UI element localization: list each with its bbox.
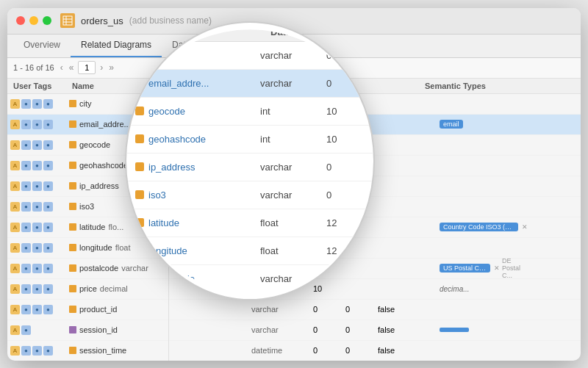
user-tags-cell: A ● ● ● [10, 284, 69, 294]
tag-icon-blue: ● [21, 305, 31, 314]
table-row[interactable]: A ● ● ● geohashcode [7, 156, 168, 176]
name-header: Name [72, 82, 162, 90]
maximize-button[interactable] [43, 16, 51, 25]
first-page-button[interactable]: « [68, 62, 76, 73]
table-row[interactable]: A ● ● ● longitude float [7, 238, 168, 259]
column-name: session_time [79, 346, 126, 355]
column-icon [69, 244, 76, 251]
cell-type: varchar [251, 99, 310, 108]
tab-related-diagrams[interactable]: Related Diagrams [71, 35, 162, 57]
last-page-button[interactable]: » [107, 62, 115, 73]
tag-icon-gold: A [10, 99, 20, 109]
tag-icon-blue: ● [43, 264, 53, 273]
right-table-row[interactable]: varchar 0 US Postal Code (100%) ✕ DE Pos… [169, 259, 581, 279]
prev-page-button[interactable]: ‹ [59, 62, 65, 73]
right-table-row[interactable]: varchar 0 0 false [169, 320, 581, 341]
tag-icon-blue: ● [43, 140, 53, 150]
tag-icon-blue: ● [32, 223, 42, 232]
column-icon [69, 182, 76, 190]
cell-min: 0 [313, 264, 343, 273]
name-cell: longitude float [69, 243, 165, 252]
tab-data-sample[interactable]: Data Sample [162, 35, 233, 57]
table-row[interactable]: A ● ● ● email_addre... [7, 115, 168, 135]
name-cell: product_id [69, 305, 165, 314]
table-row[interactable]: A ● ● ● product_id [7, 300, 168, 320]
right-table-row[interactable] [169, 156, 581, 176]
tag-icon-blue: ● [21, 99, 31, 109]
column-icon [69, 100, 76, 107]
table-row[interactable]: A ● ● ● postalcode varchar [7, 259, 168, 279]
table-icon [60, 13, 75, 28]
column-icon [69, 203, 76, 210]
name-cell: price decimal [69, 284, 165, 293]
semantic-badge-postal: US Postal Code (100%) [440, 264, 490, 273]
tag-icon-blue: ● [32, 202, 42, 212]
right-panel-header: Semantic Types [169, 79, 581, 94]
column-icon [69, 306, 76, 313]
column-name: postalcode [79, 264, 118, 273]
table-row[interactable]: A ● session_id [7, 320, 168, 341]
title-bar: orders_us (add business name) [7, 8, 581, 35]
column-icon [69, 162, 76, 169]
semantic-badge-remove[interactable]: ✕ [494, 264, 500, 272]
tag-icon-gold: A [10, 223, 20, 232]
right-panel: Semantic Types varchar 0 varchar 0 [169, 79, 581, 361]
table-row[interactable]: A ● ● ● city [7, 94, 168, 115]
right-table-row[interactable]: varchar 0 email [169, 115, 581, 135]
table-row[interactable]: A ● ● ● geocode [7, 135, 168, 156]
column-name: latitude [79, 223, 105, 231]
semantic-badge-remove[interactable]: ✕ [522, 223, 528, 231]
tab-relationships[interactable]: Relationships [233, 35, 306, 57]
semantic-badge-country: Country Code ISO3 (100%) [440, 223, 518, 231]
table-row[interactable]: A ● ● ● session_time [7, 341, 168, 361]
tag-icon-gold: A [10, 202, 20, 212]
right-table-row[interactable]: varchar 0 0 false [169, 300, 581, 320]
column-name: product_id [79, 305, 117, 314]
tag-icon-blue: ● [43, 202, 53, 212]
cell-min: 0 [313, 346, 343, 355]
column-name: email_addre... [79, 120, 131, 129]
right-table-row[interactable] [169, 238, 581, 259]
tab-overview[interactable]: Overview [13, 35, 71, 57]
right-table-row[interactable] [169, 197, 581, 217]
user-tags-cell: A ● ● ● [10, 346, 69, 356]
tag-icon-gold: A [10, 140, 20, 150]
cell-type: varchar [251, 305, 310, 314]
tag-icon-blue: ● [21, 120, 31, 129]
tag-icon-gold: A [10, 325, 20, 335]
tag-icon-blue: ● [21, 264, 31, 273]
min-col-header [307, 82, 337, 90]
tag-icon-blue: ● [43, 346, 53, 356]
user-tags-cell: A ● ● ● [10, 305, 69, 314]
right-table-row[interactable] [169, 176, 581, 197]
right-table-row[interactable]: decimal 10 decima... [169, 279, 581, 300]
table-row[interactable]: A ● ● ● price decimal [7, 279, 168, 300]
tag-icon-blue: ● [43, 161, 53, 170]
svg-rect-0 [63, 16, 72, 25]
datatype-col-header [248, 82, 307, 90]
close-button[interactable] [16, 16, 25, 25]
column-name: price [79, 284, 97, 293]
right-table-row[interactable]: Country Code ISO3 (100%) ✕ [169, 217, 581, 238]
type-text: decimal [100, 284, 128, 293]
page-input[interactable] [78, 61, 96, 74]
tag-icon-gold: A [10, 346, 20, 356]
user-tags-cell: A ● ● ● [10, 223, 69, 232]
title-content: orders_us (add business name) [60, 13, 212, 28]
semantic-cell: Country Code ISO3 (100%) ✕ [440, 223, 528, 231]
minimize-button[interactable] [29, 16, 38, 25]
cell-nullable: false [378, 346, 437, 355]
next-page-button[interactable]: › [98, 62, 104, 73]
toolbar: 1 - 16 of 16 ‹ « › » [7, 58, 581, 79]
tag-icon-blue: ● [32, 140, 42, 150]
table-row[interactable]: A ● ● ● ip_address [7, 176, 168, 197]
right-table-row[interactable] [169, 135, 581, 156]
decimal-label: decima... [440, 285, 470, 293]
table-row[interactable]: A ● ● ● iso3 [7, 197, 168, 217]
name-col-header [175, 82, 248, 90]
right-table-row[interactable]: varchar 0 [169, 94, 581, 115]
column-icon [69, 264, 76, 272]
right-table-row[interactable]: datetime 0 0 false [169, 341, 581, 361]
semantic-cell: decima... [440, 285, 528, 293]
table-row[interactable]: A ● ● ● latitude flo... [7, 217, 168, 238]
